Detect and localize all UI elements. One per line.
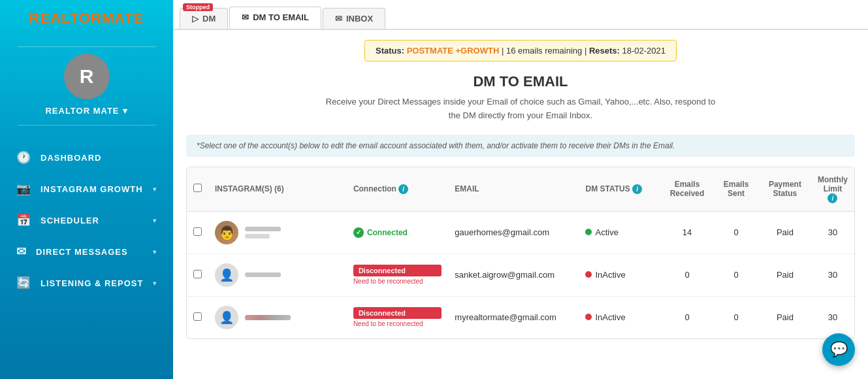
connection-cell-3: Disconnected Need to be reconnected (347, 296, 448, 338)
emails-received-1: 14 (661, 211, 713, 254)
sidebar-item-dashboard[interactable]: 🕐 DASHBOARD (0, 142, 173, 173)
resets-date: 18-02-2021 (622, 46, 666, 56)
main-content: Stopped ▷ DM ✉ DM TO EMAIL ✉ INBOX Statu… (173, 0, 868, 379)
status-bar: Status: POSTMATE +GROWTH | 16 emails rem… (364, 40, 677, 61)
user-avatar: R (64, 54, 110, 99)
tab-label: DM (202, 14, 216, 24)
section-title: DM TO EMAIL (186, 73, 855, 90)
section-description: Receive your Direct Messages inside your… (186, 95, 855, 123)
connection-cell-1: ✓ Connected (347, 211, 448, 254)
inbox-tab-icon: ✉ (335, 14, 342, 24)
sidebar-item-label: SCHEDULER (40, 216, 99, 225)
connected-checkmark-icon: ✓ (353, 227, 364, 238)
user-name[interactable]: REALTOR MATE ▾ (45, 106, 127, 116)
chat-icon: 💬 (830, 341, 848, 358)
col-header-payment: Payment Status (759, 167, 811, 212)
col-header-connection: Connection i (347, 167, 448, 212)
dashboard-icon: 🕐 (16, 150, 31, 165)
chat-button[interactable]: 💬 (822, 333, 855, 366)
sidebar-item-listening-repost[interactable]: 🔄 LISTENING & REPOST ▾ (0, 267, 173, 299)
connection-cell-2: Disconnected Need to be reconnected (347, 254, 448, 296)
col-header-email: EMAIL (448, 167, 579, 212)
account-name-bars-3 (245, 315, 291, 320)
connection-info-icon[interactable]: i (398, 184, 408, 194)
monthly-limit-2: 30 (811, 254, 854, 296)
instagram-icon: 📷 (16, 182, 31, 196)
sidebar-divider-bottom (18, 125, 156, 125)
col-header-instagram: INSTAGRAM(S) (6) (208, 167, 347, 212)
monthly-limit-1: 30 (811, 211, 854, 254)
dm-tab-icon: ▷ (192, 14, 199, 24)
payment-status-3: Paid (759, 296, 811, 338)
tab-inbox[interactable]: ✉ INBOX (323, 8, 385, 29)
status-label: Status: (376, 46, 404, 56)
sidebar-nav: 🕐 DASHBOARD 📷 INSTAGRAM GROWTH ▾ 📅 SCHED… (0, 142, 173, 299)
row-checkbox-2[interactable] (193, 270, 202, 278)
reconnect-text-3: Need to be reconnected (353, 320, 442, 327)
active-dot-1 (585, 229, 592, 235)
tab-label: DM TO EMAIL (253, 12, 309, 22)
scheduler-icon: 📅 (16, 213, 31, 227)
tab-dm-to-email[interactable]: ✉ DM TO EMAIL (229, 7, 321, 29)
sidebar-item-label: INSTAGRAM GROWTH (40, 184, 143, 194)
sidebar-item-label: LISTENING & REPOST (40, 278, 143, 288)
account-cell-1[interactable]: 👨 (208, 211, 347, 254)
sidebar-item-label: DIRECT MESSAGES (36, 247, 128, 257)
tab-dm[interactable]: Stopped ▷ DM (180, 8, 228, 29)
row-checkbox-1[interactable] (193, 227, 202, 236)
payment-status-1: Paid (759, 211, 811, 254)
emails-sent-3: 0 (713, 296, 759, 338)
dm-status-cell-1: Active (579, 211, 660, 254)
connection-status-1: Connected (367, 228, 408, 237)
dm-status-cell-2: InActive (579, 254, 660, 296)
account-cell-2[interactable]: 👤 (208, 254, 347, 296)
emails-sent-1: 0 (713, 211, 759, 254)
col-header-monthly: Monthly Limit i (811, 167, 854, 212)
account-name-bars-1 (245, 227, 281, 239)
payment-status-2: Paid (759, 254, 811, 296)
sidebar: REALTORMATE R REALTOR MATE ▾ 🕐 DASHBOARD… (0, 0, 173, 379)
chevron-down-icon: ▾ (153, 248, 157, 255)
reconnect-text-2: Need to be reconnected (353, 278, 442, 285)
resets-label: Resets: (589, 46, 620, 56)
avatar-2: 👤 (215, 263, 238, 287)
col-header-emails-sent: Emails Sent (713, 167, 759, 212)
email-cell-1: gauerhomes@gmail.com (448, 211, 579, 254)
status-emails: 16 emails remaining (506, 46, 582, 56)
sidebar-item-instagram-growth[interactable]: 📷 INSTAGRAM GROWTH ▾ (0, 173, 173, 205)
email-tab-icon: ✉ (242, 12, 249, 22)
account-name-bars-2 (245, 272, 281, 277)
chevron-down-icon: ▾ (153, 186, 157, 193)
monthly-limit-info-icon[interactable]: i (828, 193, 837, 203)
chevron-down-icon: ▾ (153, 280, 157, 287)
status-bar-wrapper: Status: POSTMATE +GROWTH | 16 emails rem… (186, 40, 855, 73)
emails-received-3: 0 (661, 296, 713, 338)
emails-sent-2: 0 (713, 254, 759, 296)
avatar-1: 👨 (215, 221, 238, 244)
account-cell-3[interactable]: 👤 (208, 296, 347, 338)
avatar-3: 👤 (215, 306, 238, 329)
disconnected-badge-2: Disconnected (353, 265, 442, 276)
sidebar-item-direct-messages[interactable]: ✉ DIRECT MESSAGES ▾ (0, 236, 173, 267)
select-all-checkbox[interactable] (193, 184, 202, 192)
email-cell-2: sanket.aigrow@gmail.com (448, 254, 579, 296)
content-area: Status: POSTMATE +GROWTH | 16 emails rem… (173, 30, 868, 379)
sidebar-item-label: DASHBOARD (40, 153, 102, 163)
table-row: 👨 ✓ Connected (187, 211, 854, 254)
status-plan: POSTMATE +GROWTH (407, 46, 500, 56)
status-sep2: | (585, 46, 589, 56)
tab-label: INBOX (346, 14, 373, 24)
logo: REALTORMATE (29, 10, 144, 27)
repost-icon: 🔄 (16, 276, 31, 290)
row-checkbox-3[interactable] (193, 312, 202, 321)
disconnected-badge-3: Disconnected (353, 307, 442, 319)
dm-status-info-icon[interactable]: i (632, 184, 642, 194)
col-header-emails-received: Emails Received (661, 167, 713, 212)
sidebar-item-scheduler[interactable]: 📅 SCHEDULER ▾ (0, 205, 173, 236)
email-cell-3: myrealtormate@gmail.com (448, 296, 579, 338)
table-row: 👤 Disconnected Need to be reconnected (187, 254, 854, 296)
logo-text: REALTORMATE (29, 10, 144, 27)
col-header-dm-status: DM STATUS i (579, 167, 660, 212)
sidebar-divider-top (18, 46, 156, 47)
accounts-table: INSTAGRAM(S) (6) Connection i EMAIL DM S… (186, 167, 855, 339)
